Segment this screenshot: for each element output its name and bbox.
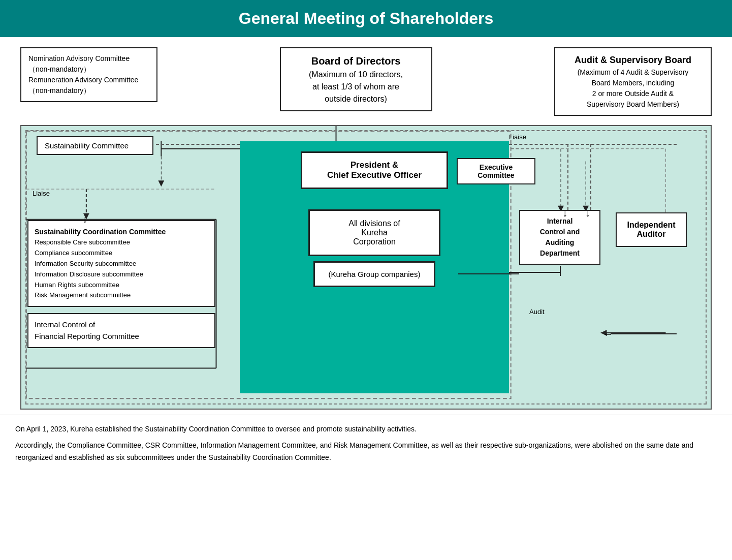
audit-label: Audit: [529, 308, 545, 316]
internal-control-fr-line2: Financial Reporting Committee: [35, 332, 139, 340]
page-header: General Meeting of Shareholders: [0, 0, 732, 37]
svg-marker-5: [158, 180, 164, 186]
president-ceo-box: President &Chief Executive Officer Execu…: [301, 151, 448, 189]
president-ceo-label: President &Chief Executive Officer: [327, 160, 422, 180]
sustainability-coord-item3: Information Security subcommittee: [35, 259, 208, 269]
page-wrapper: General Meeting of Shareholders Nominati…: [0, 0, 732, 476]
audit-line-horizontal: [458, 273, 519, 274]
nomination-advisory-box: Nomination Advisory Committee（non-mandat…: [20, 47, 157, 102]
footer-notes: On April 1, 2023, Kureha established the…: [0, 415, 732, 476]
sustainability-coord-item4: Information Disclosure subcommittee: [35, 269, 208, 280]
audit-supervisory-box: Audit & Supervisory Board (Maximum of 4 …: [554, 47, 712, 116]
sustainability-committee-box: Sustainability Committee: [37, 136, 153, 155]
board-title: Board of Directors: [288, 53, 424, 69]
footer-note-2: Accordingly, the Compliance Committee, C…: [15, 440, 717, 464]
audit-supervisory-title: Audit & Supervisory Board: [562, 53, 704, 67]
sustainability-coord-title: Sustainability Coordination Committee: [35, 226, 208, 237]
diagram-area: Nomination Advisory Committee（non-mandat…: [0, 37, 732, 415]
footer-note-1: On April 1, 2023, Kureha established the…: [15, 423, 717, 435]
internal-control-fr-box: Internal Control of Financial Reporting …: [27, 313, 215, 348]
kureha-group-box: (Kureha Group companies): [313, 261, 435, 287]
divisions-label: All divisions ofKurehaCorporation: [348, 219, 400, 246]
dashed-horizontal-liaise-right: [509, 144, 677, 145]
dashed-line-sc-board: [156, 144, 245, 145]
internal-control-audit-label: InternalControl andAuditingDepartment: [540, 217, 580, 257]
board-of-directors-box: Board of Directors (Maximum of 10 direct…: [280, 47, 432, 111]
sustainability-coord-box: Sustainability Coordination Committee Re…: [27, 220, 215, 307]
left-boxes-column: Sustainability Coordination Committee Re…: [27, 220, 215, 348]
sustainability-committee-label: Sustainability Committee: [45, 141, 129, 150]
dashed-vertical-liaise-right-2: [590, 144, 591, 210]
independent-auditor-line: [611, 333, 677, 334]
executive-committee-box: Executive Committee: [457, 158, 535, 184]
arrow-liaise-right-2: ↓: [585, 207, 590, 219]
board-subtitle: (Maximum of 10 directors,at least 1/3 of…: [288, 69, 424, 105]
sustainability-coord-item6: Risk Management subcommittee: [35, 290, 208, 301]
liaise-left-label: Liaise: [33, 190, 50, 197]
sustainability-coord-item2: Compliance subcommittee: [35, 248, 208, 259]
internal-control-fr-line1: Internal Control of: [35, 320, 95, 329]
inner-teal-box: President &Chief Executive Officer Execu…: [240, 141, 509, 393]
arrow-liaise-right-1: ↓: [562, 207, 567, 219]
audit-line-vertical: [560, 266, 561, 276]
sustainability-coord-item5: Human Rights subcommittee: [35, 280, 208, 291]
kureha-group-label: (Kureha Group companies): [329, 270, 421, 278]
top-row: Nomination Advisory Committee（non-mandat…: [15, 47, 717, 116]
arrow-liaise-left: ↓: [82, 213, 87, 225]
independent-auditor-box: Independent Auditor: [616, 212, 687, 247]
independent-auditor-label: Independent Auditor: [627, 221, 675, 238]
divisions-box: All divisions ofKurehaCorporation: [308, 209, 440, 256]
executive-committee-label: Executive Committee: [478, 163, 514, 179]
sustainability-coord-item1: Responsible Care subcommittee: [35, 237, 208, 248]
liaise-right-label: Liaise: [509, 133, 526, 141]
dashed-vertical-liaise-right-1: [567, 144, 568, 210]
diagram-container: Sustainability Committee Liaise Sustaina…: [20, 125, 712, 410]
nomination-advisory-text: Nomination Advisory Committee（non-mandat…: [28, 54, 138, 95]
audit-supervisory-subtitle: (Maximum of 4 Audit & SupervisoryBoard M…: [562, 67, 704, 110]
page-title: General Meeting of Shareholders: [239, 9, 493, 27]
